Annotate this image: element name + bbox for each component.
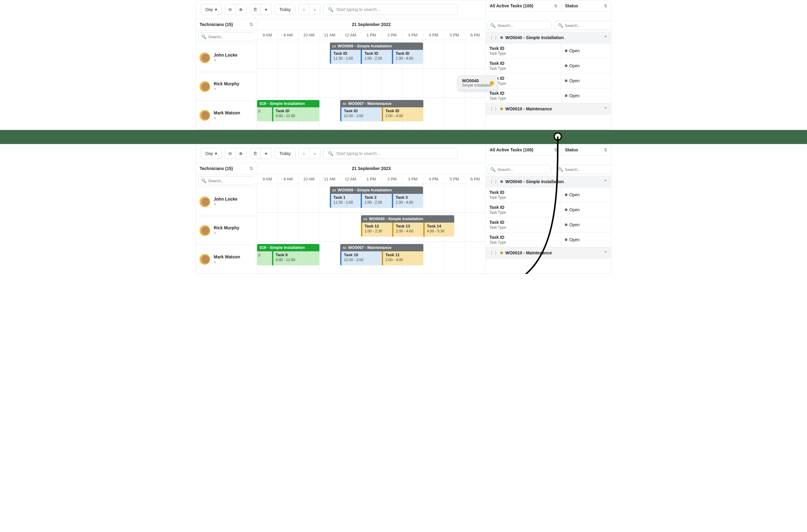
task-bar[interactable]: Task 144:00 - 5:30 xyxy=(423,223,455,236)
task-bar[interactable]: 0 xyxy=(257,251,272,265)
work-order-bar[interactable]: 019 - Simple Installation 0 Task 89:00 -… xyxy=(257,244,320,265)
task-bar[interactable]: Task 32:30 - 4:00 xyxy=(392,194,423,208)
view-day-button[interactable]: Day▾ xyxy=(201,148,222,159)
task-bar[interactable]: Task 112:00 - 4:00 xyxy=(382,251,423,265)
zoom-in-button[interactable]: ⊕ xyxy=(236,148,247,159)
task-bar[interactable]: Task ID12:00 - 2:00 xyxy=(340,107,382,121)
task-row[interactable]: Task IDTask TypeOpen xyxy=(486,43,611,58)
next-button[interactable]: › xyxy=(309,4,320,15)
hour-label: 3 PM xyxy=(402,174,423,184)
search-box[interactable]: 🔍 xyxy=(323,4,458,15)
task-bar[interactable]: Task ID2:30 - 4:00 xyxy=(392,50,423,64)
task-search[interactable]: 🔍 xyxy=(487,165,552,174)
sort-icon[interactable]: ⇅ xyxy=(554,147,558,152)
zoom-out-button[interactable]: ⊖ xyxy=(225,148,236,159)
today-button[interactable]: Today xyxy=(275,4,295,15)
technician-search[interactable]: 🔍 xyxy=(198,32,254,41)
search-box[interactable]: 🔍 xyxy=(323,148,458,159)
gantt-row[interactable]: ▭WO0009 - Simple Installation Task 111:3… xyxy=(257,184,485,213)
chevron-up-icon[interactable]: ⌃ xyxy=(604,107,608,111)
task-row[interactable]: Task IDTask TypeOpen xyxy=(486,217,611,232)
task-row[interactable]: Task IDTask TypeOpen xyxy=(486,187,611,203)
sort-icon[interactable]: ⇅ xyxy=(554,3,558,8)
technician-row[interactable]: Mark Watsonᯤ xyxy=(196,245,257,274)
task-row[interactable]: Task IDTask TypeOpen xyxy=(486,58,611,73)
task-bar[interactable]: Task ID9:00 - 11:00 xyxy=(272,107,320,121)
sort-icon[interactable]: ⇅ xyxy=(249,22,253,27)
next-button[interactable]: › xyxy=(309,148,320,159)
task-bar[interactable]: Task ID1:00 - 2:30 xyxy=(361,50,392,64)
status-search-input[interactable] xyxy=(565,167,611,172)
chevron-up-icon[interactable]: ⌃ xyxy=(604,179,608,184)
wo-group-header[interactable]: ⋮⋮ WO0010 - Maintenance ⌃ xyxy=(486,103,611,115)
chevron-up-icon[interactable]: ⌃ xyxy=(604,35,608,40)
zoom-in-button[interactable]: ⊕ xyxy=(236,4,247,15)
status-search[interactable]: 🔍 xyxy=(555,21,611,30)
work-order-bar[interactable]: ▭WO0067 - Maintenance Task 1012:00 - 2:0… xyxy=(340,244,423,265)
drag-handle-icon[interactable]: ⋮⋮ xyxy=(489,179,498,184)
hour-label: 10 AM xyxy=(299,174,319,184)
task-search[interactable]: 🔍 xyxy=(487,21,552,30)
sort-icon[interactable]: ⇅ xyxy=(604,3,608,8)
wo-group-header[interactable]: ⋮⋮WO0010 - Maintenance⌃ xyxy=(486,247,611,259)
technician-row[interactable]: Rick Murphyᯤ xyxy=(196,72,257,101)
status-search-input[interactable] xyxy=(565,23,611,28)
task-row[interactable]: Task IDTask TypeOpen xyxy=(486,232,611,247)
search-input[interactable] xyxy=(336,7,453,12)
task-row[interactable]: Task IDTask TypeOpen xyxy=(486,73,611,88)
task-bar[interactable]: Task ID2:00 - 4:00 xyxy=(382,107,423,121)
hour-label: 8 AM xyxy=(257,30,277,40)
gantt-row[interactable]: 019 - Simple Installation 0 Task ID9:00 … xyxy=(257,97,485,126)
calendar-button[interactable]: 🗓 xyxy=(250,148,261,159)
work-order-bar[interactable]: ▭WO0040 - Simple Installation Task 121:0… xyxy=(361,215,455,236)
task-search-input[interactable] xyxy=(497,167,549,172)
work-order-bar[interactable]: 019 - Simple Installation 0 Task ID9:00 … xyxy=(257,100,320,121)
task-row[interactable]: Task IDTask TypeOpen xyxy=(486,88,611,103)
gantt-row[interactable]: 019 - Simple Installation 0 Task 89:00 -… xyxy=(257,242,485,270)
technician-row[interactable]: John Lockeᯤ xyxy=(196,187,257,216)
drag-handle-icon[interactable]: ⋮⋮ xyxy=(489,107,498,111)
drag-handle-icon[interactable]: ⋮⋮ xyxy=(489,250,498,255)
calendar-menu-button[interactable]: ▾ xyxy=(261,4,272,15)
sort-icon[interactable]: ⇅ xyxy=(249,166,253,171)
calendar-menu-button[interactable]: ▾ xyxy=(261,148,272,159)
work-order-bar[interactable]: ▭WO0009 - Simple Installation Task 111:3… xyxy=(330,187,423,208)
drag-handle-icon[interactable]: ⋮⋮ xyxy=(489,35,498,40)
task-search-input[interactable] xyxy=(497,23,549,28)
technician-search-input[interactable] xyxy=(208,178,260,183)
search-input[interactable] xyxy=(336,151,453,156)
task-bar[interactable]: Task 1012:00 - 2:00 xyxy=(340,251,382,265)
today-button[interactable]: Today xyxy=(275,148,295,159)
view-day-button[interactable]: Day ▾ xyxy=(201,4,222,15)
prev-button[interactable]: ‹ xyxy=(299,4,309,15)
gantt-row[interactable]: ▭WO0040 - Simple Installation Task 121:0… xyxy=(257,213,485,242)
technician-search-input[interactable] xyxy=(208,35,260,39)
gantt-row[interactable]: ▭WO0009 - Simple Installation Task ID11:… xyxy=(257,40,485,69)
task-bar[interactable]: Task 21:00 - 2:30 xyxy=(361,194,392,208)
work-order-bar[interactable]: ▭WO0067 - Maintenance Task ID12:00 - 2:0… xyxy=(340,100,423,121)
wo-group-header[interactable]: ⋮⋮WO0040 - Simple Installation⌃ xyxy=(486,176,611,187)
wo-group-title: WO0040 - Simple Installation xyxy=(505,179,564,184)
task-bar[interactable]: Task 111:30 - 1:00 xyxy=(330,194,361,208)
sort-icon[interactable]: ⇅ xyxy=(604,147,608,152)
task-row[interactable]: Task IDTask TypeOpen xyxy=(486,203,611,217)
gantt-row[interactable]: WO0040 Simple Installation ✊ xyxy=(257,69,485,97)
technician-row[interactable]: Mark Watsonᯤ xyxy=(196,101,257,130)
status-search[interactable]: 🔍 xyxy=(555,165,611,174)
calendar-button[interactable]: 🗓 xyxy=(250,4,261,15)
technician-row[interactable]: Rick Murphyᯤ xyxy=(196,216,257,245)
wo-group-header[interactable]: ⋮⋮ WO0040 - Simple Installation ⌃ xyxy=(486,32,611,43)
prev-button[interactable]: ‹ xyxy=(299,148,309,159)
technician-search[interactable]: 🔍 xyxy=(198,176,254,185)
task-bar[interactable]: Task 89:00 - 11:00 xyxy=(272,251,320,265)
technician-row[interactable]: John Lockeᯤ xyxy=(196,43,257,72)
task-bar[interactable]: 0 xyxy=(257,107,272,121)
work-order-bar[interactable]: ▭WO0009 - Simple Installation Task ID11:… xyxy=(330,42,423,64)
task-bar[interactable]: Task 121:00 - 2:30 xyxy=(361,223,392,236)
task-bar[interactable]: Task 132:30 - 4:00 xyxy=(392,223,423,236)
task-bar[interactable]: Task ID11:30 - 1:00 xyxy=(330,50,361,64)
chevron-up-icon[interactable]: ⌃ xyxy=(604,250,608,255)
search-icon: 🔍 xyxy=(558,23,563,28)
drag-work-order-card[interactable]: WO0040 Simple Installation ✊ xyxy=(458,76,498,90)
zoom-out-button[interactable]: ⊖ xyxy=(225,4,236,15)
